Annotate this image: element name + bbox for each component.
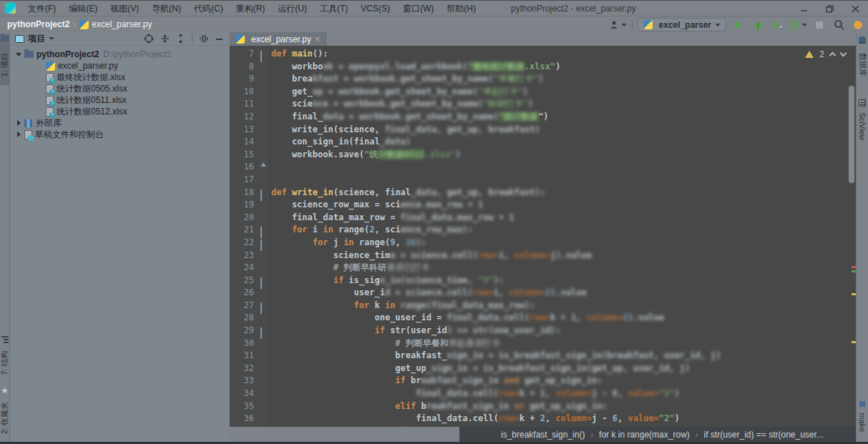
line-number[interactable]: 33 — [230, 375, 254, 388]
code-line[interactable]: 26user_id = science.cell(row=i, column=2… — [230, 287, 856, 300]
chevron-collapsed-icon[interactable] — [15, 119, 22, 127]
run-button[interactable] — [731, 18, 746, 32]
stop-button[interactable] — [812, 18, 826, 32]
line-number[interactable]: 9 — [230, 73, 254, 86]
tree-row[interactable]: pythonProject2D:\pythonProject2 — [11, 49, 229, 60]
debug-button[interactable] — [751, 18, 765, 32]
previous-problem-icon[interactable] — [829, 52, 837, 59]
menu-item-7[interactable]: 工具(T) — [313, 2, 354, 15]
line-number[interactable]: 25 — [230, 275, 254, 287]
stripe-button-project[interactable]: 1: 项目 — [0, 34, 9, 85]
menu-item-2[interactable]: 视图(V) — [104, 2, 145, 15]
code-line[interactable]: 21for i in range(2, science_row_max): — [230, 224, 856, 237]
code-line[interactable]: 12final_data = workbook.get_sheet_by_nam… — [230, 111, 856, 124]
menu-item-1[interactable]: 编辑(E) — [62, 2, 104, 15]
line-number[interactable]: 35 — [230, 400, 254, 413]
menu-item-3[interactable]: 导航(N) — [145, 2, 187, 15]
code-line[interactable]: 30# 判断早餐和早起是否打卡 — [230, 337, 856, 350]
close-button[interactable] — [842, 1, 868, 16]
line-number[interactable]: 15 — [230, 149, 254, 162]
code-line[interactable]: 19science_row_max = science.max_row + 1 — [230, 199, 856, 212]
line-number[interactable]: 8 — [230, 61, 254, 74]
restore-button[interactable] — [816, 1, 842, 16]
code-line[interactable]: 16 — [230, 161, 856, 174]
breadcrumb-item[interactable]: for k in range(max_row) — [599, 430, 690, 440]
code-line[interactable]: 18def write_in(science, final_data, get_… — [230, 187, 856, 199]
code-line[interactable]: 20final_data_max_row = final_data.max_ro… — [230, 212, 856, 225]
code-line[interactable]: 32get_up_sign_in = is_breakfast_sign_in(… — [230, 362, 856, 375]
menu-item-0[interactable]: 文件(F) — [21, 2, 62, 15]
line-number[interactable]: 12 — [230, 111, 254, 124]
code-line[interactable]: 22for j in range(9, 16): — [230, 237, 856, 250]
line-number[interactable]: 21 — [230, 224, 254, 237]
line-number[interactable]: 30 — [230, 337, 254, 350]
editor-tab[interactable]: excel_parser.py × — [230, 32, 326, 46]
breadcrumb-project[interactable]: pythonProject2 — [7, 19, 69, 29]
code-line[interactable]: 35elif breakfast_sign_in or get_up_sign_… — [230, 400, 856, 413]
code-line[interactable]: 36final_data.cell(row=k + 2, column=j - … — [230, 413, 856, 425]
line-number[interactable]: 23 — [230, 250, 254, 262]
inspection-widget[interactable]: 2 — [805, 49, 846, 59]
coverage-button[interactable] — [770, 18, 784, 32]
stripe-button-database[interactable]: 数据库 — [857, 35, 868, 82]
tree-row[interactable]: 统计数据0512.xlsx — [11, 106, 229, 117]
tree-row[interactable]: 草稿文件和控制台 — [11, 129, 229, 140]
collapse-all-button[interactable] — [176, 34, 185, 44]
line-number[interactable]: 22 — [230, 237, 254, 250]
code-editor[interactable]: 7def main():8workbook = openpyxl.load_wo… — [230, 46, 856, 427]
tree-row[interactable]: excel_parser.py — [11, 60, 229, 71]
code-line[interactable]: 24# 判断早科研是否已打卡 — [230, 262, 856, 275]
line-number[interactable]: 26 — [230, 287, 254, 300]
code-line[interactable]: 31breakfast_sign_in = is_breakfast_sign_… — [230, 350, 856, 362]
locate-file-button[interactable] — [144, 34, 154, 44]
expand-all-button[interactable] — [160, 34, 170, 44]
code-line[interactable]: 11science = workbook.get_sheet_by_name("… — [230, 98, 856, 111]
line-number[interactable]: 19 — [230, 199, 254, 212]
code-line[interactable]: 29if str(user_id) == str(one_user_id): — [230, 325, 856, 337]
line-number[interactable]: 31 — [230, 350, 254, 362]
line-number[interactable]: 29 — [230, 325, 254, 337]
run-config-selector[interactable]: excel_parser — [638, 18, 726, 31]
tree-row[interactable]: 统计数据0511.xlsx — [11, 94, 229, 106]
menu-item-10[interactable]: 帮助(H) — [440, 2, 482, 15]
line-number[interactable]: 37 — [230, 425, 254, 427]
menu-item-6[interactable]: 运行(U) — [271, 2, 313, 15]
menu-item-4[interactable]: 代码(C) — [187, 2, 230, 15]
stripe-button-sciview[interactable]: SciView — [857, 98, 868, 145]
tree-row[interactable]: 外部库 — [11, 117, 229, 129]
line-number[interactable]: 36 — [230, 413, 254, 425]
line-number[interactable]: 10 — [230, 86, 254, 99]
next-problem-icon[interactable] — [840, 50, 847, 57]
search-everywhere-button[interactable] — [832, 18, 846, 32]
code-line[interactable]: 14con_sign_in(final_data) — [230, 136, 856, 149]
breadcrumb-item[interactable]: if str(user_id) == str(one_user... — [703, 430, 823, 440]
menu-item-9[interactable]: 窗口(W) — [396, 2, 440, 15]
code-line[interactable]: 15workbook.save("统计数据0512.xlsx") — [230, 149, 856, 162]
tab-close-icon[interactable]: × — [315, 35, 320, 44]
scrollbar-thumb[interactable] — [849, 86, 854, 183]
line-number[interactable]: 17 — [230, 174, 254, 187]
line-number[interactable]: 32 — [230, 362, 254, 375]
line-number[interactable]: 28 — [230, 312, 254, 325]
stripe-button-make[interactable]: M make — [857, 400, 868, 438]
line-number[interactable]: 14 — [230, 136, 254, 149]
line-number[interactable]: 16 — [230, 161, 254, 174]
code-line[interactable]: 25if is_sign_in(science_time, "Y"): — [230, 275, 856, 287]
line-number[interactable]: 34 — [230, 388, 254, 400]
line-number[interactable]: 24 — [230, 262, 254, 275]
settings-button[interactable] — [199, 34, 209, 44]
stripe-button-favorites[interactable]: ★ 2: 收藏夹 — [0, 386, 9, 436]
breadcrumb-item[interactable]: is_breakfast_sign_in() — [501, 430, 585, 440]
stripe-button-structure[interactable]: 7: 结构 — [0, 335, 9, 378]
chevron-expanded-icon[interactable] — [15, 51, 22, 58]
line-number[interactable]: 20 — [230, 212, 254, 225]
menu-item-5[interactable]: 重构(R) — [230, 2, 272, 15]
code-line[interactable]: 8workbook = openpyxl.load_workbook("最终统计… — [230, 61, 856, 74]
tree-row[interactable]: 统计数据0505.xlsx — [11, 83, 229, 94]
hide-panel-button[interactable] — [215, 35, 223, 43]
code-line[interactable]: 28one_user_id = final_data.cell(row=k + … — [230, 312, 856, 325]
line-number[interactable]: 7 — [230, 48, 254, 61]
code-line[interactable]: 27for k in range(final_data_max_row): — [230, 300, 856, 312]
line-number[interactable]: 11 — [230, 98, 254, 111]
line-number[interactable]: 13 — [230, 124, 254, 137]
